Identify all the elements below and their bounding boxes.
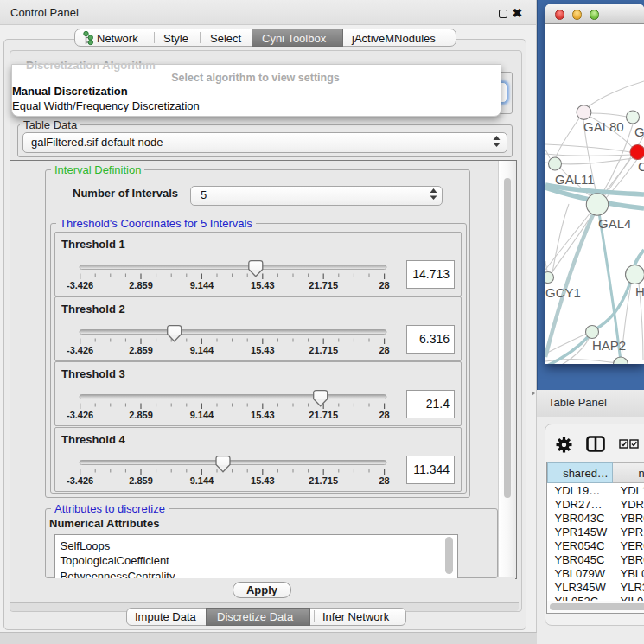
svg-text:28: 28 (379, 345, 389, 355)
svg-text:21.715: 21.715 (309, 475, 338, 486)
svg-text:2.859: 2.859 (129, 280, 153, 290)
svg-text:-3.426: -3.426 (67, 410, 93, 420)
svg-text:2.859: 2.859 (129, 475, 153, 486)
svg-text:15.43: 15.43 (251, 410, 275, 420)
svg-text:GA: GA (634, 124, 644, 139)
svg-text:21.715: 21.715 (309, 280, 338, 290)
svg-text:-3.426: -3.426 (67, 345, 93, 355)
svg-text:15.43: 15.43 (251, 475, 275, 486)
svg-text:28: 28 (379, 475, 389, 486)
svg-text:9.144: 9.144 (190, 410, 214, 420)
svg-text:HAP2: HAP2 (592, 338, 626, 353)
svg-text:GAL80: GAL80 (583, 119, 624, 134)
svg-text:2.859: 2.859 (129, 345, 153, 355)
svg-text:-3.426: -3.426 (67, 280, 93, 290)
svg-text:-3.426: -3.426 (67, 475, 93, 486)
svg-text:28: 28 (379, 410, 389, 420)
svg-text:15.43: 15.43 (251, 345, 275, 355)
svg-text:28: 28 (379, 280, 389, 290)
svg-text:21.715: 21.715 (309, 345, 338, 355)
svg-text:9.144: 9.144 (190, 475, 214, 486)
svg-text:15.43: 15.43 (251, 280, 275, 290)
svg-text:9.144: 9.144 (190, 345, 214, 355)
svg-text:GAL4: GAL4 (598, 216, 631, 231)
svg-text:H: H (635, 284, 644, 299)
svg-text:GAL11: GAL11 (555, 172, 595, 187)
svg-text:9.144: 9.144 (190, 280, 214, 290)
svg-text:GCY1: GCY1 (545, 285, 581, 300)
svg-text:2.859: 2.859 (129, 410, 153, 420)
svg-text:21.715: 21.715 (309, 410, 338, 420)
svg-text:C: C (638, 159, 644, 174)
